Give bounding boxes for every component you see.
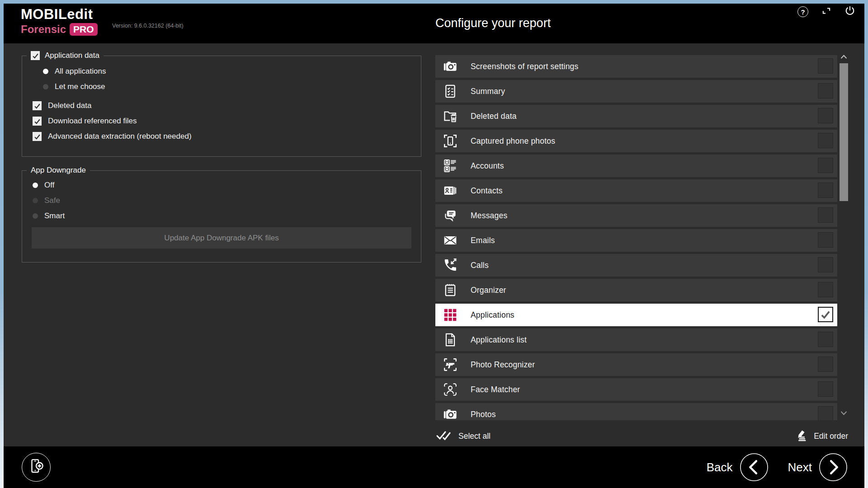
- checkbox-download-referenced-files[interactable]: Download referenced files: [33, 113, 421, 129]
- chevron-up-icon: [840, 56, 848, 64]
- select-all-label: Select all: [458, 432, 491, 441]
- scrollbar-thumb[interactable]: [840, 63, 848, 201]
- app-list-doc-icon: [442, 331, 459, 348]
- gun-frame-icon: [442, 356, 459, 373]
- report-item-label: Applications: [471, 310, 514, 320]
- option-label: Smart: [44, 211, 65, 221]
- organizer-icon: [442, 282, 459, 299]
- edit-pencil-icon: [794, 428, 807, 444]
- checkbox[interactable]: [33, 101, 42, 110]
- option-label: Download referenced files: [48, 117, 137, 126]
- next-label: Next: [788, 460, 812, 474]
- option-label: Let me choose: [55, 82, 105, 91]
- arrow-right-icon: [818, 476, 848, 483]
- radio-dot-icon: [43, 69, 48, 74]
- update-apk-button[interactable]: Update App Downgrade APK files: [32, 227, 411, 249]
- phone-add-icon: [28, 458, 45, 477]
- report-item-label: Messages: [471, 211, 507, 221]
- report-item-checkbox[interactable]: [818, 133, 833, 148]
- radio-let-me-choose[interactable]: Let me choose: [43, 79, 421, 94]
- messages-icon: [442, 207, 459, 224]
- report-item-checkbox[interactable]: [818, 58, 833, 74]
- report-item-applications-list[interactable]: Applications list: [435, 328, 837, 351]
- report-item-label: Face Matcher: [471, 385, 520, 394]
- checkbox-advanced-data-extraction-reboot-needed[interactable]: Advanced data extraction (reboot needed): [33, 129, 421, 144]
- report-item-photos[interactable]: Photos: [435, 403, 837, 420]
- report-item-checkbox[interactable]: [818, 183, 833, 198]
- report-item-calls[interactable]: Calls: [435, 254, 837, 277]
- report-item-accounts[interactable]: Accounts: [435, 155, 837, 177]
- report-item-checkbox[interactable]: [818, 381, 833, 397]
- radio-dot-icon: [33, 213, 38, 219]
- report-item-organizer[interactable]: Organizer: [435, 279, 837, 301]
- checkbox[interactable]: [33, 117, 42, 126]
- page-title: Configure your report: [435, 16, 551, 30]
- help-button[interactable]: ?: [797, 5, 809, 18]
- report-item-face-matcher[interactable]: Face Matcher: [435, 378, 837, 401]
- report-item-checkbox[interactable]: [818, 307, 833, 322]
- header: MOBILedit Forensic PRO Version: 9.6.0.32…: [4, 4, 864, 43]
- radio-off[interactable]: Off: [33, 178, 421, 193]
- scroll-down-button[interactable]: [840, 408, 848, 418]
- report-item-label: Calls: [471, 261, 489, 270]
- camera-icon: [442, 58, 459, 75]
- report-item-checkbox[interactable]: [818, 158, 833, 173]
- report-item-photo-recognizer[interactable]: Photo Recognizer: [435, 353, 837, 376]
- radio-dot-icon: [33, 183, 38, 188]
- report-item-label: Organizer: [471, 286, 506, 295]
- main-content: Application data All applicationsLet me …: [4, 43, 864, 446]
- next-button[interactable]: [818, 452, 848, 482]
- envelope-icon: [442, 232, 459, 249]
- select-all-button[interactable]: Select all: [435, 427, 491, 445]
- report-item-label: Screenshots of report settings: [471, 62, 578, 71]
- report-item-contacts[interactable]: Contacts: [435, 179, 837, 202]
- application-data-checkboxes: Deleted dataDownload referenced filesAdv…: [33, 98, 421, 144]
- footer-bar: Back Next: [4, 446, 864, 488]
- radio-safe[interactable]: Safe: [33, 193, 421, 208]
- summary-doc-icon: [442, 83, 459, 100]
- report-item-emails[interactable]: Emails: [435, 229, 837, 252]
- logo-pro-badge: PRO: [70, 23, 98, 36]
- radio-all-applications[interactable]: All applications: [43, 64, 421, 79]
- report-item-checkbox[interactable]: [818, 406, 833, 420]
- back-button[interactable]: [739, 452, 769, 482]
- calls-icon: [442, 257, 459, 274]
- application-data-radios: All applicationsLet me choose: [43, 64, 421, 94]
- radio-dot-icon: [33, 198, 38, 203]
- report-item-captured-phone-photos[interactable]: Captured phone photos: [435, 130, 837, 152]
- report-item-label: Deleted data: [471, 112, 517, 121]
- report-item-messages[interactable]: Messages: [435, 204, 837, 227]
- connect-phone-button[interactable]: [22, 453, 51, 482]
- report-item-checkbox[interactable]: [818, 332, 833, 347]
- back-label: Back: [707, 460, 733, 474]
- report-item-label: Photo Recognizer: [471, 360, 535, 370]
- application-data-checkbox[interactable]: [31, 51, 40, 60]
- report-item-checkbox[interactable]: [818, 207, 833, 223]
- checkbox-deleted-data[interactable]: Deleted data: [33, 98, 421, 113]
- report-item-screenshots-of-report-settings[interactable]: Screenshots of report settings: [435, 55, 837, 78]
- double-check-icon: [435, 428, 451, 444]
- help-icon: ?: [797, 6, 808, 17]
- report-item-applications[interactable]: Applications: [435, 304, 837, 326]
- radio-smart[interactable]: Smart: [33, 208, 421, 224]
- report-item-checkbox[interactable]: [818, 257, 833, 272]
- edit-order-label: Edit order: [814, 432, 848, 441]
- option-label: Deleted data: [48, 101, 91, 110]
- camera-icon: [442, 406, 459, 420]
- report-item-summary[interactable]: Summary: [435, 80, 837, 103]
- edit-order-button[interactable]: Edit order: [794, 427, 848, 445]
- checkbox[interactable]: [33, 132, 42, 141]
- report-item-checkbox[interactable]: [818, 108, 833, 123]
- app-grid-icon: [442, 306, 459, 324]
- report-item-checkbox[interactable]: [818, 357, 833, 372]
- report-item-checkbox[interactable]: [818, 83, 833, 99]
- face-frame-icon: [442, 381, 459, 398]
- wizard-navigation: Back Next: [707, 446, 848, 488]
- report-item-checkbox[interactable]: [818, 282, 833, 297]
- report-item-checkbox[interactable]: [818, 232, 833, 248]
- power-button[interactable]: [844, 5, 856, 18]
- restore-window-button[interactable]: [820, 5, 833, 18]
- scroll-up-button[interactable]: [840, 52, 848, 62]
- report-item-deleted-data[interactable]: Deleted data: [435, 105, 837, 127]
- header-controls: ?: [797, 5, 856, 18]
